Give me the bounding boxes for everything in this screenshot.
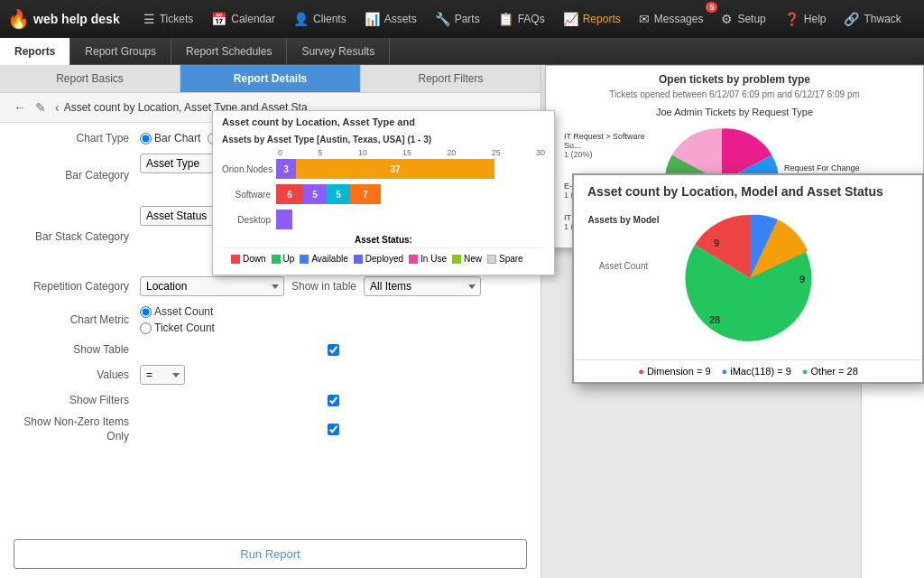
nav-reports[interactable]: 📈 Reports (554, 0, 630, 38)
sub-navigation: Reports Report Groups Report Schedules S… (0, 38, 924, 65)
asset-pie-popup: Asset count by Location, Model and Asset… (572, 173, 924, 384)
show-table-label: Show Table (14, 343, 140, 356)
tickets-icon: ☰ (143, 12, 155, 26)
bar-seg-sw-2: 5 (303, 184, 327, 204)
sub-nav-report-schedules[interactable]: Report Schedules (171, 38, 287, 65)
setup-icon: ⚙ (721, 12, 733, 26)
legend-inuse-dot (409, 255, 418, 264)
bar-seg-desk-1 (276, 210, 292, 229)
nav-clients[interactable]: 👤 Clients (284, 0, 356, 38)
bar-label-desktop: Desktop (222, 215, 276, 225)
metric-asset-radio[interactable] (140, 306, 152, 318)
bar-segments-desktop (276, 210, 292, 229)
joe-pie-title: Joe Admin Tickets by Request Type (555, 107, 914, 117)
bar-chart-popup: Asset count by Location, Asset Type and … (212, 110, 555, 275)
legend-new-dot (452, 255, 461, 264)
legend-available-dot (300, 255, 309, 264)
metric-asset[interactable]: Asset Count (140, 305, 213, 318)
logo[interactable]: 🔥 web help desk (7, 8, 120, 30)
prev-button[interactable]: ‹ (51, 98, 64, 117)
bar-label-software: Software (222, 190, 276, 200)
legend-deployed-dot (354, 255, 363, 264)
values-label: Values (14, 368, 140, 381)
pie-popup-title: Open tickets by problem type (546, 66, 923, 88)
help-icon: ❓ (784, 12, 799, 26)
legend-deployed: Deployed (354, 254, 403, 264)
metric-ticket-radio[interactable] (140, 322, 152, 334)
clients-icon: 👤 (293, 12, 309, 26)
legend-available: Available (300, 254, 347, 264)
bar-chart-subtitle: Assets by Asset Type [Austin, Texas, USA… (222, 135, 545, 144)
nav-assets[interactable]: 📊 Assets (356, 0, 426, 38)
nav-setup[interactable]: ⚙ Setup (712, 0, 774, 38)
show-nonzero-checkbox[interactable] (140, 424, 527, 435)
chart-metric-row: Chart Metric Asset Count Ticket Count (14, 305, 527, 334)
nav-parts[interactable]: 🔧 Parts (426, 0, 489, 38)
pie-popup-subtitle: Tickets opened between 6/12/07 6:09 pm a… (546, 88, 923, 103)
legend-dimension-dot: ● (638, 366, 644, 377)
calendar-icon: 📅 (211, 12, 226, 26)
chart-type-bar-radio[interactable] (140, 133, 152, 144)
bar-row-orion: Orion.Nodes 3 37 (222, 159, 545, 179)
reports-icon: 📈 (563, 12, 578, 26)
bar-seg-sw-4: 7 (350, 184, 381, 204)
thwack-icon: 🔗 (844, 12, 859, 26)
tab-report-filters[interactable]: Report Filters (361, 65, 541, 92)
bar-row-desktop: Desktop (222, 210, 545, 229)
parts-icon: 🔧 (435, 12, 450, 26)
sub-nav-survey-results[interactable]: Survey Results (287, 38, 390, 65)
chart-type-bar[interactable]: Bar Chart (140, 132, 200, 144)
show-filters-checkbox[interactable] (140, 395, 527, 406)
show-table-row: Show Table (14, 343, 527, 356)
tab-report-details[interactable]: Report Details (180, 65, 361, 92)
values-row: Values = > < (14, 365, 527, 385)
bar-segments-orion: 3 37 (276, 159, 494, 179)
run-report-button[interactable]: Run Report (14, 539, 527, 569)
show-nonzero-label: Show Non-Zero Items Only (14, 415, 140, 443)
bar-stack-label: Bar Stack Category (14, 230, 140, 243)
asset-status-title: Asset Status: (222, 235, 545, 245)
rep-category-label: Repetition Category (14, 280, 140, 293)
nav-thwack[interactable]: 🔗 Thwack (835, 0, 910, 38)
legend-imac-dot: ● (722, 366, 728, 377)
legend-inuse: In Use (409, 254, 447, 264)
nav-tickets[interactable]: ☰ Tickets (134, 0, 203, 38)
nav-faqs[interactable]: 📋 FAQs (489, 0, 554, 38)
rep-category-select[interactable]: Location None (140, 276, 284, 296)
asset-pie-subtitle: Assets by Model (587, 215, 660, 225)
tab-report-basics[interactable]: Report Basics (0, 65, 180, 92)
main-content: Report Basics Report Details Report Filt… (0, 65, 924, 578)
faqs-icon: 📋 (498, 12, 513, 26)
bar-seg-orion-1: 3 (276, 159, 296, 179)
legend-spare: Spare (487, 254, 523, 264)
rep-category-row: Repetition Category Location None Show i… (14, 276, 527, 296)
top-navigation: 🔥 web help desk ☰ Tickets 📅 Calendar 👤 C… (0, 0, 924, 38)
metric-ticket[interactable]: Ticket Count (140, 322, 215, 334)
edit-button[interactable]: ✎ (31, 98, 51, 117)
asset-pie-content: Assets by Model Asset Count 9 9 2 (574, 202, 922, 359)
nav-messages[interactable]: ✉ Messages 5 (630, 0, 713, 38)
back-button[interactable]: ← (9, 98, 31, 117)
legend-up-dot (272, 255, 281, 264)
nav-calendar[interactable]: 📅 Calendar (202, 0, 284, 38)
sub-nav-reports[interactable]: Reports (0, 38, 70, 65)
values-operator-select[interactable]: = > < (140, 365, 185, 385)
asset-pie-subtitle2: Asset Count (587, 261, 660, 271)
assets-icon: 📊 (365, 12, 380, 26)
nav-help[interactable]: ❓ Help (775, 0, 836, 38)
legend-spare-dot (487, 255, 496, 264)
sub-nav-report-groups[interactable]: Report Groups (70, 38, 171, 65)
asset-pie-legend: ● Dimension = 9 ● iMac(118) = 9 ● Other … (574, 359, 922, 382)
pie-label-1: IT Request > Software Su...1 (20%) (564, 132, 663, 159)
show-in-table-rep-select[interactable]: All Items Top 10 (364, 276, 481, 296)
legend-down-dot (231, 255, 240, 264)
legend-up: Up (272, 254, 295, 264)
bar-segments-software: 6 5 5 7 (276, 184, 381, 204)
bar-chart-legend: Down Up Available Deployed In Use (222, 247, 545, 269)
show-filters-row: Show Filters (14, 394, 527, 406)
chart-type-label: Chart Type (14, 132, 140, 144)
svg-text:9: 9 (714, 238, 719, 248)
show-table-checkbox[interactable] (140, 344, 527, 356)
bar-category-label: Bar Category (14, 169, 140, 182)
legend-down: Down (231, 254, 266, 264)
